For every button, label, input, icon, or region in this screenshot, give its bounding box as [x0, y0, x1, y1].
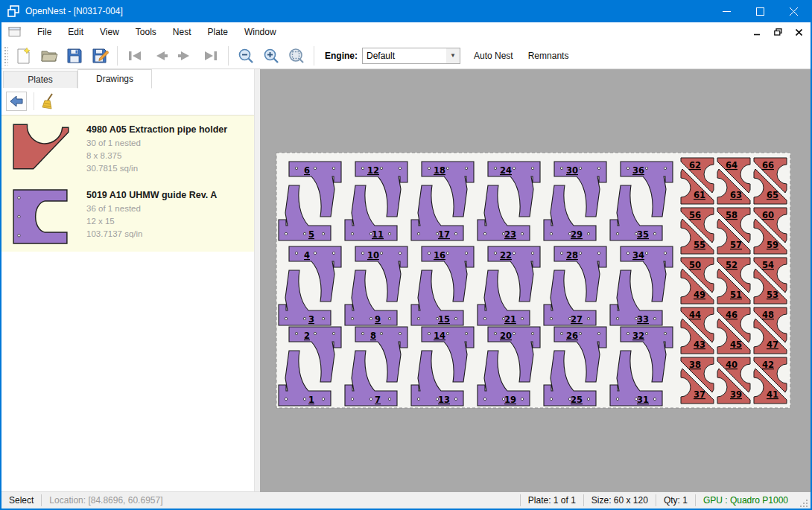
- svg-text:42: 42: [762, 360, 774, 370]
- menu-window[interactable]: Window: [236, 23, 285, 41]
- svg-text:52: 52: [726, 260, 738, 270]
- return-part-button[interactable]: [6, 92, 27, 111]
- menu-nest[interactable]: Nest: [165, 23, 200, 41]
- menu-plate[interactable]: Plate: [200, 23, 236, 41]
- svg-text:43: 43: [694, 340, 705, 350]
- svg-text:17: 17: [438, 229, 450, 240]
- mdi-restore-button[interactable]: [769, 25, 787, 39]
- svg-text:45: 45: [730, 340, 742, 350]
- main-body: Plates Drawings: [1, 69, 811, 491]
- nest-canvas[interactable]: 6543211211109871817161514132423222120193…: [260, 69, 811, 492]
- svg-text:9: 9: [375, 314, 381, 325]
- nav-next-icon: [177, 50, 194, 62]
- svg-text:32: 32: [632, 331, 644, 341]
- remnants-button[interactable]: Remnants: [521, 46, 577, 66]
- svg-text:14: 14: [434, 331, 445, 341]
- svg-text:58: 58: [726, 210, 738, 220]
- open-button[interactable]: [37, 45, 62, 67]
- menu-file[interactable]: File: [29, 23, 60, 41]
- svg-text:11: 11: [372, 229, 384, 240]
- nav-next-button[interactable]: [173, 45, 198, 67]
- clean-button[interactable]: [38, 92, 59, 111]
- svg-text:64: 64: [726, 160, 738, 170]
- auto-nest-button[interactable]: Auto Nest: [466, 46, 521, 66]
- svg-text:51: 51: [730, 290, 742, 300]
- toolbar-separator: [314, 46, 314, 66]
- sidebar-toolbar-separator: [34, 92, 34, 110]
- svg-text:12: 12: [367, 165, 379, 176]
- svg-text:18: 18: [434, 165, 445, 176]
- menu-view[interactable]: View: [92, 23, 127, 41]
- svg-text:31: 31: [637, 395, 649, 405]
- toolbar-grip[interactable]: [4, 46, 8, 66]
- engine-select[interactable]: Default ▼: [362, 48, 460, 64]
- chevron-down-icon[interactable]: ▼: [446, 48, 460, 63]
- zoom-out-button[interactable]: [233, 45, 258, 67]
- nest-canvas-area[interactable]: 6543211211109871817161514132423222120193…: [255, 69, 811, 491]
- menu-tools[interactable]: Tools: [127, 23, 165, 41]
- resize-grip[interactable]: [799, 498, 809, 509]
- save-button[interactable]: [62, 45, 87, 67]
- svg-text:41: 41: [767, 389, 778, 400]
- return-arrow-icon: [9, 95, 24, 108]
- svg-text:8: 8: [370, 331, 376, 341]
- svg-text:6: 6: [304, 165, 310, 176]
- drawing-info: 5019 A10 UHMW guide Rev. A 36 of 1 neste…: [80, 188, 250, 245]
- tab-plates[interactable]: Plates: [3, 71, 77, 88]
- svg-text:37: 37: [694, 389, 705, 400]
- svg-text:66: 66: [762, 160, 774, 170]
- drawings-toolbar: [1, 88, 254, 115]
- mdi-close-button[interactable]: [790, 25, 808, 39]
- drawing-area: 103.7137 sq/in: [86, 228, 250, 240]
- zoom-extents-button[interactable]: [284, 45, 309, 67]
- part-thumbnail-red: [12, 123, 80, 175]
- app-window-icon: [7, 5, 19, 17]
- svg-text:2: 2: [304, 331, 310, 341]
- svg-text:15: 15: [438, 314, 450, 325]
- mdi-minimize-button[interactable]: [748, 25, 766, 39]
- drawing-size: 8 x 8.375: [86, 150, 250, 162]
- drawing-nested-count: 36 of 1 nested: [86, 203, 250, 215]
- svg-text:3: 3: [308, 314, 314, 325]
- svg-text:1: 1: [308, 395, 314, 405]
- tab-drawings[interactable]: Drawings: [77, 69, 152, 89]
- nav-first-button[interactable]: [122, 45, 148, 67]
- svg-text:46: 46: [726, 310, 738, 320]
- drawing-item[interactable]: 4980 A05 Extraction pipe holder 30 of 1 …: [1, 116, 254, 182]
- maximize-button[interactable]: [743, 0, 777, 22]
- close-icon: [790, 7, 798, 16]
- application-window: OpenNest - [N0317-004] File Edit View To…: [0, 0, 812, 510]
- drawing-area: 30.7815 sq/in: [86, 162, 250, 175]
- drawing-item[interactable]: 5019 A10 UHMW guide Rev. A 36 of 1 neste…: [1, 182, 254, 252]
- maximize-icon: [756, 7, 764, 16]
- svg-text:26: 26: [566, 331, 578, 341]
- mdi-restore-icon: [774, 28, 782, 36]
- save-as-button[interactable]: [87, 45, 112, 67]
- nav-first-icon: [126, 50, 144, 62]
- svg-text:39: 39: [730, 389, 742, 400]
- close-button[interactable]: [777, 0, 811, 22]
- status-size: Size: 60 x 120: [584, 495, 656, 506]
- svg-text:16: 16: [434, 250, 445, 261]
- svg-text:35: 35: [637, 229, 649, 240]
- new-button[interactable]: [11, 45, 37, 67]
- menu-edit[interactable]: Edit: [60, 23, 92, 41]
- drawing-info: 4980 A05 Extraction pipe holder 30 of 1 …: [80, 123, 250, 175]
- svg-text:24: 24: [500, 165, 512, 176]
- mdi-minimize-icon: [754, 29, 761, 36]
- drawings-list: 4980 A05 Extraction pipe holder 30 of 1 …: [1, 115, 254, 252]
- svg-text:25: 25: [571, 395, 583, 405]
- new-document-icon: [16, 47, 32, 65]
- save-icon: [66, 48, 83, 64]
- nav-previous-button[interactable]: [148, 45, 173, 67]
- window-title: OpenNest - [N0317-004]: [25, 6, 123, 16]
- minimize-button[interactable]: [710, 0, 743, 22]
- status-qty: Qty: 1: [656, 495, 695, 506]
- svg-text:47: 47: [767, 340, 778, 350]
- svg-text:29: 29: [571, 229, 583, 240]
- nav-last-icon: [202, 50, 220, 62]
- svg-text:62: 62: [689, 160, 701, 170]
- nav-last-button[interactable]: [198, 45, 223, 67]
- zoom-in-button[interactable]: [258, 45, 284, 67]
- drawing-size: 12 x 15: [86, 215, 250, 228]
